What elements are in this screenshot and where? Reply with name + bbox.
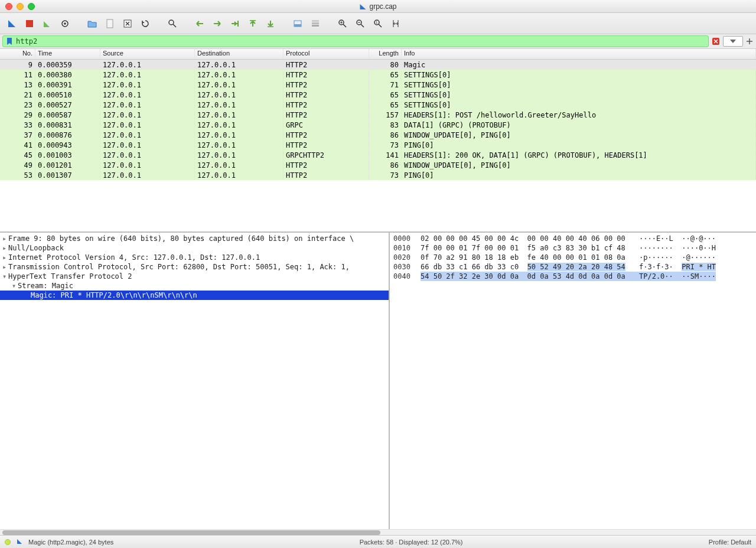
minimize-window-button[interactable] — [17, 3, 24, 10]
packet-row[interactable]: 290.000587127.0.0.1127.0.0.1HTTP2157HEAD… — [0, 110, 756, 120]
display-filter-bar: http2 — [0, 34, 756, 48]
status-bar: Magic (http2.magic), 24 bytes Packets: 5… — [0, 535, 756, 548]
tree-frame: ▸Frame 9: 80 bytes on wire (640 bits), 8… — [0, 234, 389, 243]
horizontal-scrollbar[interactable] — [0, 529, 756, 535]
packet-list-body[interactable]: 90.000359127.0.0.1127.0.0.1HTTP280Magic1… — [0, 60, 756, 231]
packet-list-header[interactable]: No. Time Source Destination Protocol Len… — [0, 49, 756, 60]
packet-row[interactable]: 370.000876127.0.0.1127.0.0.1HTTP286WINDO… — [0, 130, 756, 140]
wireshark-fin-small-icon — [17, 539, 22, 546]
svg-rect-3 — [107, 19, 113, 28]
svg-point-2 — [64, 22, 66, 25]
col-header-source[interactable]: Source — [100, 49, 195, 59]
titlebar: grpc.cap — [0, 0, 756, 13]
col-header-protocol[interactable]: Protocol — [284, 49, 369, 59]
go-previous-button[interactable] — [193, 17, 207, 31]
svg-rect-11 — [312, 20, 319, 22]
go-last-button[interactable] — [263, 17, 278, 31]
packet-row[interactable]: 450.001003127.0.0.1127.0.0.1GRPCHTTP2141… — [0, 150, 756, 160]
svg-rect-8 — [268, 26, 273, 27]
packet-row[interactable]: 110.000380127.0.0.1127.0.0.1HTTP265SETTI… — [0, 70, 756, 80]
packet-list-pane: No. Time Source Destination Protocol Len… — [0, 48, 756, 231]
svg-rect-10 — [294, 24, 301, 27]
display-filter-input[interactable]: http2 — [2, 35, 709, 47]
reload-button[interactable] — [138, 17, 152, 31]
go-to-packet-button[interactable] — [228, 17, 242, 31]
stop-capture-button[interactable] — [22, 17, 37, 31]
add-filter-button[interactable] — [745, 37, 754, 45]
status-field-info: Magic (http2.magic), 24 bytes — [28, 539, 113, 546]
svg-rect-13 — [312, 25, 319, 27]
restart-capture-button[interactable] — [40, 17, 54, 31]
main-toolbar: 1 — [0, 13, 756, 34]
save-file-button[interactable] — [103, 17, 117, 31]
packet-details-pane[interactable]: ▸Frame 9: 80 bytes on wire (640 bits), 8… — [0, 233, 390, 529]
start-capture-button[interactable] — [5, 17, 19, 31]
display-filter-text: http2 — [16, 37, 37, 45]
packet-row[interactable]: 330.000831127.0.0.1127.0.0.1GRPC83DATA[1… — [0, 120, 756, 130]
svg-rect-7 — [250, 20, 256, 21]
bookmark-filter-icon[interactable] — [5, 37, 14, 45]
go-first-button[interactable] — [246, 17, 260, 31]
svg-rect-12 — [312, 22, 319, 24]
svg-rect-6 — [237, 21, 239, 27]
status-profile[interactable]: Profile: Default — [709, 539, 751, 546]
col-header-info[interactable]: Info — [402, 49, 756, 59]
zoom-reset-button[interactable]: 1 — [371, 17, 385, 31]
col-header-no[interactable]: No. — [0, 49, 35, 59]
autoscroll-button[interactable] — [291, 17, 305, 31]
packet-row[interactable]: 90.000359127.0.0.1127.0.0.1HTTP280Magic — [0, 60, 756, 70]
col-header-length[interactable]: Length — [369, 49, 402, 59]
open-file-button[interactable] — [85, 17, 99, 31]
expert-info-icon[interactable] — [5, 539, 11, 545]
window-title: grpc.cap — [369, 2, 396, 11]
close-file-button[interactable] — [120, 17, 135, 31]
status-packet-counts: Packets: 58 · Displayed: 12 (20.7%) — [360, 539, 463, 546]
colorize-button[interactable] — [308, 17, 322, 31]
tree-ip: ▸Internet Protocol Version 4, Src: 127.0… — [0, 253, 389, 262]
resize-columns-button[interactable] — [389, 17, 403, 31]
hex-row: 003066 db 33 c1 66 db 33 c0 50 52 49 20 … — [393, 262, 752, 272]
packet-row[interactable]: 490.001201127.0.0.1127.0.0.1HTTP286WINDO… — [0, 160, 756, 170]
hex-row: 00107f 00 00 01 7f 00 00 01 f5 a0 c3 83 … — [393, 243, 752, 253]
svg-text:1: 1 — [376, 21, 378, 24]
packet-row[interactable]: 230.000527127.0.0.1127.0.0.1HTTP265SETTI… — [0, 100, 756, 110]
tree-null-loopback: ▸Null/Loopback — [0, 243, 389, 253]
go-next-button[interactable] — [210, 17, 224, 31]
find-packet-button[interactable] — [165, 17, 180, 31]
svg-rect-0 — [26, 20, 33, 27]
tree-http2: ▾HyperText Transfer Protocol 2 — [0, 272, 389, 281]
filter-expression-dropdown[interactable] — [723, 36, 743, 47]
svg-point-5 — [169, 20, 174, 25]
packet-row[interactable]: 410.000943127.0.0.1127.0.0.1HTTP273PING[… — [0, 140, 756, 150]
packet-bytes-pane[interactable]: 000002 00 00 00 45 00 00 4c 00 00 40 00 … — [390, 233, 756, 529]
packet-row[interactable]: 130.000391127.0.0.1127.0.0.1HTTP271SETTI… — [0, 80, 756, 90]
zoom-window-button[interactable] — [28, 3, 35, 10]
tree-magic-field[interactable]: Magic: PRI * HTTP/2.0\r\n\r\nSM\r\n\r\n — [0, 291, 389, 300]
col-header-time[interactable]: Time — [35, 49, 100, 59]
zoom-in-button[interactable] — [335, 17, 350, 31]
hex-row: 004054 50 2f 32 2e 30 0d 0a 0d 0a 53 4d … — [393, 272, 752, 281]
packet-row[interactable]: 530.001307127.0.0.1127.0.0.1HTTP273PING[… — [0, 170, 756, 180]
hex-row: 00200f 70 a2 91 80 18 18 eb fe 40 00 00 … — [393, 253, 752, 262]
zoom-out-button[interactable] — [353, 17, 367, 31]
col-header-dest[interactable]: Destination — [195, 49, 284, 59]
tree-stream-magic: ▾Stream: Magic — [0, 281, 389, 291]
packet-row[interactable]: 210.000510127.0.0.1127.0.0.1HTTP265SETTI… — [0, 90, 756, 100]
tree-tcp: ▸Transmission Control Protocol, Src Port… — [0, 262, 389, 272]
wireshark-fin-icon — [359, 3, 366, 10]
close-window-button[interactable] — [5, 3, 12, 10]
capture-options-button[interactable] — [58, 17, 72, 31]
clear-filter-button[interactable] — [711, 37, 721, 46]
hex-row: 000002 00 00 00 45 00 00 4c 00 00 40 00 … — [393, 234, 752, 243]
